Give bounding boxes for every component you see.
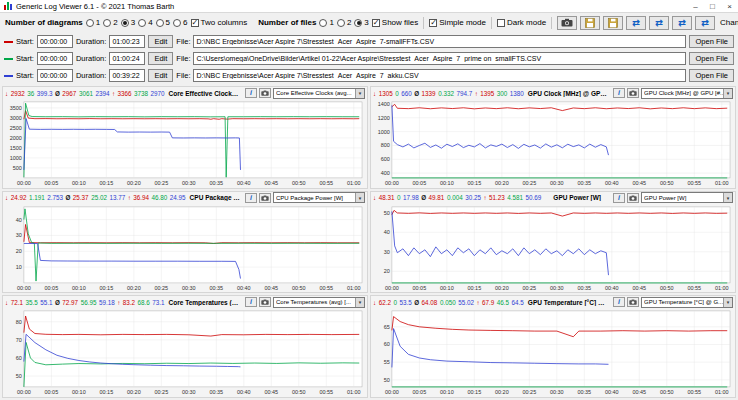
chart-screenshot-button[interactable] [627, 193, 639, 203]
chart-screenshot-button[interactable] [259, 297, 271, 307]
chart-screenshot-button[interactable] [627, 297, 639, 307]
chart-panel: ↓ 24.92 1.191 2.753 Ø 25.37 25.02 13.77 … [2, 191, 368, 294]
edit-button[interactable]: Edit [148, 52, 173, 65]
radio-option-2[interactable]: 2 [337, 18, 351, 27]
swap-diagrams-up-button[interactable]: ⇄ [672, 16, 692, 30]
two-columns-checkbox[interactable]: Two columns [191, 18, 248, 27]
show-files-label: Show files [382, 18, 418, 27]
chart-info-button[interactable]: i [245, 297, 257, 307]
max-value-file3: 2970 [151, 90, 165, 97]
file-path-input[interactable] [193, 52, 686, 65]
svg-text:65: 65 [384, 324, 390, 330]
start-input[interactable] [37, 35, 73, 48]
swap-diagrams-down-button[interactable]: ⇄ [695, 16, 715, 30]
chart-info-button[interactable]: i [245, 88, 257, 98]
open-file-button[interactable]: Open File [689, 35, 734, 48]
chart-info-button[interactable]: i [613, 193, 625, 203]
chart-plot: 00:0000:0500:1000:1500:2000:2500:3000:35… [371, 204, 735, 293]
svg-text:00:35: 00:35 [209, 180, 223, 186]
svg-text:00:45: 00:45 [632, 390, 646, 396]
radio-option-1[interactable]: 1 [86, 18, 100, 27]
start-input[interactable] [37, 52, 73, 65]
chevron-down-icon: ▾ [355, 193, 364, 202]
chart-panel: ↓ 62.2 0 53.5 Ø 64.08 0.050 55.02 ↑ 67.9… [370, 295, 736, 398]
metric-dropdown[interactable]: GPU Clock [MHz] @ GPU [#... ▾ [641, 88, 733, 99]
chart-plot: 00:0000:0500:1000:1500:2000:2500:3000:35… [3, 204, 367, 293]
open-file-button[interactable]: Open File [689, 69, 734, 82]
duration-input[interactable] [109, 52, 145, 65]
svg-text:00:25: 00:25 [155, 390, 169, 396]
svg-text:00:20: 00:20 [127, 390, 141, 396]
chart-canvas[interactable]: 00:0000:0500:1000:1500:2000:2500:3000:35… [3, 99, 367, 188]
duration-input[interactable] [109, 69, 145, 82]
chart-info-button[interactable]: i [613, 297, 625, 307]
metric-dropdown[interactable]: Core Temperatures (avg) [... ▾ [273, 297, 365, 308]
radio-option-1[interactable]: 1 [319, 18, 333, 27]
duration-label: Duration: [76, 54, 106, 63]
max-value-file1: 36.94 [133, 194, 149, 201]
duration-input[interactable] [109, 35, 145, 48]
max-icon: ↑ [483, 194, 486, 201]
radio-option-3[interactable]: 3 [121, 18, 135, 27]
maximize-button[interactable]: □ [704, 0, 721, 12]
metric-dropdown-value: GPU Temperature [°C] @ G... [644, 299, 723, 305]
radio-option-3[interactable]: 3 [354, 18, 368, 27]
chart-panel: ↓ 72.1 35.5 55.1 Ø 72.97 56.95 59.18 ↑ 8… [2, 295, 368, 398]
minimize-button[interactable]: – [687, 0, 704, 12]
chart-stats: ↓ 72.1 35.5 55.1 Ø 72.97 56.95 59.18 ↑ 8… [5, 299, 165, 306]
toolbar-separator [423, 17, 424, 29]
chevron-down-icon: ▾ [723, 193, 732, 202]
radio-option-5[interactable]: 5 [156, 18, 170, 27]
radio-icon [121, 19, 129, 27]
chart-screenshot-button[interactable] [627, 88, 639, 98]
chart-info-button[interactable]: i [245, 193, 257, 203]
avg-value-file2: 0.332 [438, 90, 454, 97]
radio-option-label: 2 [113, 18, 117, 27]
chart-canvas[interactable]: 00:0000:0500:1000:1500:2000:2500:3000:35… [3, 308, 367, 397]
close-button[interactable]: × [721, 0, 738, 12]
svg-text:00:00: 00:00 [17, 285, 31, 291]
file-path-input[interactable] [193, 35, 686, 48]
max-value-file1: 1395 [480, 90, 494, 97]
svg-text:00:05: 00:05 [45, 285, 59, 291]
radio-option-4[interactable]: 4 [138, 18, 152, 27]
metric-dropdown[interactable]: GPU Power [W] ▾ [641, 192, 733, 203]
simple-mode-checkbox[interactable]: Simple mode [429, 18, 486, 27]
chart-info-button[interactable]: i [613, 88, 625, 98]
file-path-input[interactable] [193, 69, 686, 82]
swap-files-2-3-button[interactable]: ⇄ [649, 16, 669, 30]
min-icon: ↓ [373, 194, 376, 201]
chart-canvas[interactable]: 00:0000:0500:1000:1500:2000:2500:3000:35… [3, 204, 367, 293]
svg-text:00:40: 00:40 [605, 285, 619, 291]
metric-dropdown-value: GPU Power [W] [644, 195, 723, 201]
save-image-button[interactable] [580, 16, 600, 30]
svg-text:00:00: 00:00 [17, 390, 31, 396]
app-icon [4, 1, 13, 12]
avg-value-file1: 2967 [62, 90, 76, 97]
svg-text:00:45: 00:45 [632, 180, 646, 186]
save-config-button[interactable] [603, 16, 623, 30]
start-input[interactable] [37, 69, 73, 82]
chart-canvas[interactable]: 00:0000:0500:1000:1500:2000:2500:3000:35… [371, 204, 735, 293]
avg-value-file1: 1339 [422, 90, 436, 97]
svg-text:600: 600 [381, 156, 390, 162]
svg-text:55: 55 [384, 360, 390, 366]
chart-canvas[interactable]: 00:0000:0500:1000:1500:2000:2500:3000:35… [371, 99, 735, 188]
edit-button[interactable]: Edit [148, 35, 173, 48]
metric-dropdown[interactable]: GPU Temperature [°C] @ G... ▾ [641, 297, 733, 308]
open-file-button[interactable]: Open File [689, 52, 734, 65]
swap-files-1-2-button[interactable]: ⇄ [626, 16, 646, 30]
radio-option-6[interactable]: 6 [173, 18, 187, 27]
chart-screenshot-button[interactable] [259, 193, 271, 203]
metric-dropdown[interactable]: Core Effective Clocks (avg... ▾ [273, 88, 365, 99]
show-files-checkbox[interactable]: Show files [372, 18, 418, 27]
edit-button[interactable]: Edit [148, 69, 173, 82]
svg-text:50: 50 [384, 209, 390, 215]
svg-text:00:40: 00:40 [237, 390, 251, 396]
dark-mode-checkbox[interactable]: Dark mode [497, 18, 546, 27]
chart-screenshot-button[interactable] [259, 88, 271, 98]
metric-dropdown[interactable]: CPU Package Power [W] ▾ [273, 192, 365, 203]
camera-button[interactable] [557, 16, 577, 30]
radio-option-2[interactable]: 2 [103, 18, 117, 27]
chart-canvas[interactable]: 00:0000:0500:1000:1500:2000:2500:3000:35… [371, 308, 735, 397]
